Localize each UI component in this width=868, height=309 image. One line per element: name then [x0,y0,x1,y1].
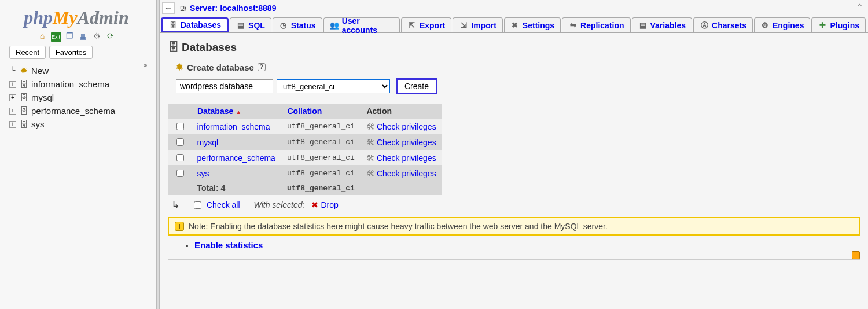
server-icon: 🖳 [179,3,187,13]
col-action: Action [361,104,442,119]
settings-icon: ✖ [510,21,520,30]
tab-label: Export [420,21,445,30]
check-all-checkbox[interactable] [194,201,201,209]
database-icon: 🗄 [19,79,29,89]
tree-db-information_schema[interactable]: +🗄information_schema [9,78,153,91]
db-link[interactable]: mysql [197,138,219,147]
db-link[interactable]: performance_schema [197,153,275,163]
check-privileges-link[interactable]: Check privileges [377,153,436,163]
tree-item-label: information_schema [31,79,109,89]
check-privileges-link[interactable]: Check privileges [377,122,436,131]
tab-status[interactable]: ◷Status [273,17,322,32]
collapse-icon[interactable]: ⌃ [856,2,863,12]
drop-icon: ✖ [311,200,318,209]
tab-label: User accounts [342,16,393,35]
console-icon[interactable] [852,251,860,259]
variables-icon: ▤ [638,21,648,30]
engines-icon: ⚙ [760,21,770,30]
tab-label: Import [471,21,496,30]
back-button[interactable]: ← [162,2,175,14]
recent-tab[interactable]: Recent [9,46,46,59]
settings-icon[interactable]: ⚙ [91,31,102,41]
row-checkbox[interactable] [176,138,184,146]
users-icon: 👥 [330,21,339,30]
db-link[interactable]: sys [197,169,209,178]
top-tabs: 🗄Databases▤SQL◷Status👥User accounts⇱Expo… [160,16,868,33]
tab-replication[interactable]: ⇋Replication [562,17,630,32]
sql-icon[interactable]: ▦ [78,31,89,41]
expand-icon[interactable]: + [9,94,16,101]
drop-link[interactable]: Drop [321,200,338,209]
db-collation: utf8_general_ci [281,165,361,181]
db-collation: utf8_general_ci [281,150,361,165]
row-checkbox[interactable] [176,154,184,161]
row-checkbox[interactable] [176,170,184,177]
tab-label: Variables [650,21,686,30]
total-label: Total: 4 [192,181,281,195]
tab-databases[interactable]: 🗄Databases [161,17,229,32]
sidebar-toolbar: ⌂ Exit ❐ ▦ ⚙ ⟳ [0,31,153,42]
server-link[interactable]: Server: localhost:8889 [190,3,276,13]
tree-db-sys[interactable]: +🗄sys [9,117,153,131]
tree-new[interactable]: └✹New [9,64,153,78]
new-icon: ✹ [19,65,29,76]
note-box: i Note: Enabling the database statistics… [168,217,860,236]
navigation-panel: phpMyAdmin ⌂ Exit ❐ ▦ ⚙ ⟳ Recent Favorit… [0,0,156,309]
check-privileges-link[interactable]: Check privileges [377,138,436,147]
col-collation[interactable]: Collation [281,104,361,119]
tab-settings[interactable]: ✖Settings [504,17,561,32]
check-privileges-link[interactable]: Check privileges [377,169,436,178]
privileges-icon: 🛠 [366,169,374,178]
tab-charsets[interactable]: ⒶCharsets [693,17,753,32]
tab-plugins[interactable]: ✚Plugins [811,17,866,32]
info-icon: i [175,222,184,231]
table-row: mysqlutf8_general_ci🛠Check privileges [168,134,442,150]
tab-label: SQL [248,21,265,30]
table-row: sysutf8_general_ci🛠Check privileges [168,165,442,181]
favorites-tab[interactable]: Favorites [49,46,93,59]
expand-icon[interactable]: + [9,108,16,115]
table-row: information_schemautf8_general_ci🛠Check … [168,119,442,135]
export-icon: ⇱ [407,21,417,30]
database-icon: 🗄 [19,119,29,129]
tab-label: Databases [181,20,221,30]
logo: phpMyAdmin [0,3,153,28]
tree-item-label: mysql [31,93,54,102]
new-db-icon: ✹ [176,62,183,72]
db-collation: utf8_general_ci [281,134,361,150]
tree-item-label: performance_schema [31,106,115,116]
tab-sql[interactable]: ▤SQL [230,17,271,32]
row-checkbox[interactable] [176,123,184,130]
databases-icon: 🗄 [168,20,178,30]
exit-icon[interactable]: Exit [51,32,61,42]
tab-label: Status [291,21,316,30]
tab-users[interactable]: 👥User accounts [323,17,400,32]
tab-variables[interactable]: ▤Variables [632,17,693,32]
expand-icon[interactable]: + [9,81,16,88]
dbname-input[interactable] [176,79,273,93]
enable-statistics-link[interactable]: Enable statistics [194,240,263,250]
tab-import[interactable]: ⇲Import [453,17,503,32]
database-icon: 🗄 [19,93,29,102]
link-icon[interactable]: ⚭ [142,61,148,69]
check-all-link[interactable]: Check all [207,200,240,209]
create-button[interactable]: Create [396,78,437,94]
tree-db-mysql[interactable]: +🗄mysql [9,91,153,104]
col-database[interactable]: Database▲ [192,104,281,119]
import-icon: ⇲ [459,21,468,30]
tab-export[interactable]: ⇱Export [401,17,451,32]
home-icon[interactable]: ⌂ [37,31,47,41]
table-row: performance_schemautf8_general_ci🛠Check … [168,150,442,165]
expand-icon[interactable]: + [9,121,16,128]
privileges-icon: 🛠 [366,138,374,147]
docs-icon[interactable]: ❐ [64,31,75,41]
database-icon: 🗄 [19,106,29,116]
db-collation: utf8_general_ci [281,119,361,135]
sort-asc-icon: ▲ [236,109,241,115]
tree-db-performance_schema[interactable]: +🗄performance_schema [9,104,153,117]
reload-icon[interactable]: ⟳ [105,31,116,41]
tab-engines[interactable]: ⚙Engines [754,17,810,32]
help-icon[interactable]: ? [258,63,266,71]
collation-select[interactable]: utf8_general_ci [277,79,390,93]
db-link[interactable]: information_schema [197,122,270,131]
